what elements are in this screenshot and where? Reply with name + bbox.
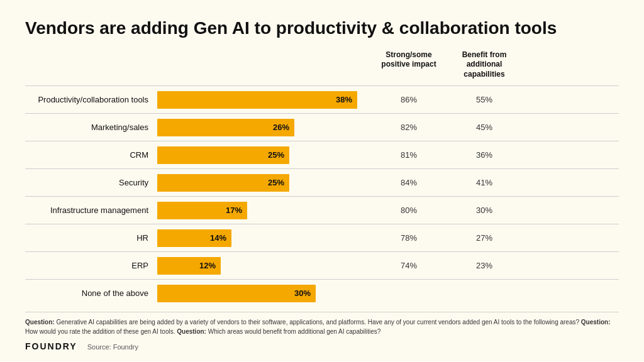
table-row: Security 25% 84% 41%: [25, 168, 619, 196]
chart-area: Strong/some positive impact Benefit from…: [25, 50, 619, 307]
stat-cols: 78% 27%: [371, 233, 522, 243]
stat-cols: 81% 36%: [371, 150, 522, 160]
footnote-q2-text: How would you rate the addition of these…: [25, 328, 177, 335]
bar-label: 30%: [294, 288, 311, 298]
table-row: Productivity/collaboration tools 38% 86%…: [25, 85, 619, 113]
table-row: HR 14% 78% 27%: [25, 224, 619, 251]
stat-benefit: 30%: [447, 206, 522, 215]
footnote: Question: Generative AI capabilities are…: [25, 312, 619, 353]
bar-label: 17%: [226, 206, 242, 215]
bar: 30%: [157, 285, 316, 302]
stat-benefit: 27%: [447, 233, 522, 243]
source-text: Source: Foundry: [87, 342, 138, 353]
table-row: Marketing/sales 26% 82% 45%: [25, 113, 619, 141]
col-header-strong-impact: Strong/some positive impact: [371, 50, 447, 80]
footnote-q1-label: Question:: [25, 319, 55, 326]
bar-label: 14%: [210, 233, 226, 243]
stat-strong: 86%: [371, 95, 447, 104]
bar-container: 26%: [157, 119, 371, 136]
bar-container: 30%: [157, 285, 371, 302]
brand-name: FOUNDRY: [25, 340, 77, 353]
footnote-q2-label: Question:: [581, 319, 611, 326]
chart-rows: Productivity/collaboration tools 38% 86%…: [25, 85, 619, 307]
stat-strong: 74%: [371, 261, 447, 270]
row-label: None of the above: [25, 288, 157, 298]
bar-label: 26%: [273, 123, 289, 132]
stat-strong: 84%: [371, 178, 447, 187]
infographic-card: Vendors are adding Gen AI to productivit…: [0, 0, 644, 362]
bar: 25%: [157, 174, 289, 192]
stat-strong: 80%: [371, 206, 447, 215]
row-label: ERP: [25, 261, 157, 270]
stat-benefit: 36%: [447, 150, 522, 160]
bar: 14%: [157, 229, 231, 247]
stat-cols: 84% 41%: [371, 178, 522, 187]
bar-container: 17%: [157, 202, 371, 219]
bar-container: 25%: [157, 174, 371, 192]
bar-container: 14%: [157, 229, 371, 247]
stat-cols: 86% 55%: [371, 95, 522, 104]
stat-cols: 74% 23%: [371, 261, 522, 270]
bar-container: 38%: [157, 91, 371, 109]
stat-benefit: 23%: [447, 261, 522, 270]
footnote-q1-text: Generative AI capabilities are being add…: [55, 319, 581, 326]
bar-container: 25%: [157, 146, 371, 164]
row-label: Productivity/collaboration tools: [25, 95, 157, 104]
footnote-q3-label: Question:: [177, 328, 206, 335]
stat-cols: 82% 45%: [371, 123, 522, 132]
bar: 17%: [157, 202, 247, 219]
bar-label: 25%: [268, 150, 284, 160]
stat-benefit: 45%: [447, 123, 522, 132]
stat-benefit: -: [447, 288, 522, 298]
row-label: Infrastructure management: [25, 206, 157, 215]
bar-label: 12%: [199, 261, 216, 270]
bar: 25%: [157, 146, 289, 164]
stat-strong: 78%: [371, 233, 447, 243]
stat-benefit: 55%: [447, 95, 522, 104]
bar: 26%: [157, 119, 294, 136]
stat-strong: -: [371, 288, 447, 298]
row-label: Marketing/sales: [25, 123, 157, 132]
stat-cols: 80% 30%: [371, 206, 522, 215]
table-row: Infrastructure management 17% 80% 30%: [25, 196, 619, 224]
table-row: CRM 25% 81% 36%: [25, 141, 619, 168]
bar-label: 25%: [268, 178, 284, 187]
bar-container: 12%: [157, 257, 371, 275]
col-header-benefit: Benefit from additional capabilities: [447, 50, 522, 80]
footer-brand: FOUNDRY Source: Foundry: [25, 340, 619, 353]
stat-strong: 81%: [371, 150, 447, 160]
footnote-q3-text: Which areas would benefit from additiona…: [206, 328, 380, 335]
stat-benefit: 41%: [447, 178, 522, 187]
row-label: Security: [25, 178, 157, 187]
stat-strong: 82%: [371, 123, 447, 132]
row-label: CRM: [25, 150, 157, 160]
table-row: ERP 12% 74% 23%: [25, 251, 619, 279]
table-row: None of the above 30% - -: [25, 279, 619, 307]
main-title: Vendors are adding Gen AI to productivit…: [25, 18, 619, 39]
chart-header: Strong/some positive impact Benefit from…: [25, 50, 619, 82]
bar: 38%: [157, 91, 357, 109]
stat-cols: - -: [371, 288, 522, 298]
bar: 12%: [157, 257, 221, 275]
bar-label: 38%: [336, 95, 352, 104]
row-label: HR: [25, 233, 157, 243]
